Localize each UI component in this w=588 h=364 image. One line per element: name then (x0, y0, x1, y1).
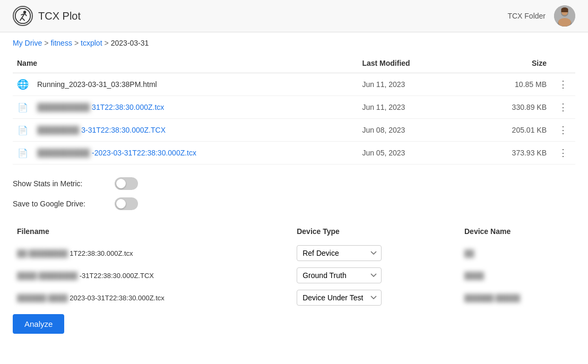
filename-text: 2023-03-31T22:38:30.000Z.tcx (70, 294, 165, 302)
file-name-cell: ██████████ 31T22:38:30.000Z.tcx (33, 96, 358, 119)
file-date: Jun 08, 2023 (358, 119, 467, 142)
list-item: ██ ████████ 1T22:38:30.000Z.tcx Ref Devi… (13, 242, 575, 264)
table-row: 📄 ██████████ 31T22:38:30.000Z.tcx Jun 11… (13, 96, 575, 119)
show-stats-label: Show Stats in Metric: (13, 179, 108, 188)
col-size: Size (467, 54, 551, 73)
doc-icon: 📄 (18, 103, 28, 112)
file-icon-doc: 📄 (13, 142, 33, 164)
header-right: TCX Folder (507, 5, 575, 27)
assign-filename-3: ██████ ████ 2023-03-31T22:38:30.000Z.tcx (13, 287, 292, 309)
assign-device-name-2: ████ (460, 264, 575, 287)
svg-line-4 (22, 18, 24, 21)
file-icon-globe: 🌐 (13, 73, 33, 96)
app-header: TCX Plot TCX Folder (0, 0, 588, 32)
file-name-cell: Running_2023-03-31_03:38PM.html (33, 73, 358, 96)
assign-col-device-type: Device Type (292, 223, 460, 242)
save-drive-label: Save to Google Drive: (13, 200, 108, 208)
file-size: 330.89 KB (467, 96, 551, 119)
file-name-cell: ██████████ -2023-03-31T22:38:30.000Z.tcx (33, 142, 358, 164)
file-size: 10.85 MB (467, 73, 551, 96)
assign-col-filename: Filename (13, 223, 292, 242)
filename-blurred: ██ ████████ (17, 249, 70, 257)
main-content: Name Last Modified Size 🌐 Running_2023-0… (0, 54, 588, 346)
file-link[interactable]: -2023-03-31T22:38:30.000Z.tcx (92, 149, 196, 157)
file-date: Jun 05, 2023 (358, 142, 467, 164)
svg-point-1 (23, 11, 26, 13)
file-more[interactable]: ⋮ (551, 142, 575, 164)
doc-icon: 📄 (18, 149, 28, 158)
file-name-blurred: ██████████ (37, 103, 92, 111)
list-item: ████ ████████ -31T22:38:30.000Z.TCX Ref … (13, 264, 575, 287)
svg-rect-13 (561, 10, 568, 12)
file-link[interactable]: 3-31T22:38:30.000Z.TCX (81, 126, 166, 134)
header-left: TCX Plot (13, 6, 81, 26)
breadcrumb-tcxplot[interactable]: tcxplot (81, 39, 102, 47)
table-row: 🌐 Running_2023-03-31_03:38PM.html Jun 11… (13, 73, 575, 96)
file-icon-doc: 📄 (13, 96, 33, 119)
svg-line-5 (25, 14, 27, 16)
filename-blurred: ████ ████████ (17, 272, 80, 280)
filename-text: -31T22:38:30.000Z.TCX (80, 272, 154, 280)
file-icon-doc: 📄 (13, 119, 33, 142)
breadcrumb-my-drive[interactable]: My Drive (13, 39, 42, 47)
show-stats-toggle[interactable] (115, 177, 138, 190)
breadcrumb: My Drive > fitness > tcxplot > 2023-03-3… (0, 32, 588, 54)
file-name-cell: ████████ 3-31T22:38:30.000Z.TCX (33, 119, 358, 142)
file-date: Jun 11, 2023 (358, 96, 467, 119)
more-icon[interactable]: ⋮ (555, 78, 571, 91)
assign-device-type-3[interactable]: Ref Device Ground Truth Device Under Tes… (292, 287, 460, 309)
assign-filename-1: ██ ████████ 1T22:38:30.000Z.tcx (13, 242, 292, 264)
file-name: Running_2023-03-31_03:38PM.html (37, 80, 157, 89)
app-logo-icon (13, 6, 33, 26)
show-stats-row: Show Stats in Metric: (13, 177, 575, 190)
list-item: ██████ ████ 2023-03-31T22:38:30.000Z.tcx… (13, 287, 575, 309)
user-avatar[interactable] (554, 5, 575, 27)
analyze-button[interactable]: Analyze (13, 314, 64, 334)
assign-device-name-3: ██████ █████ (460, 287, 575, 309)
breadcrumb-current: 2023-03-31 (111, 39, 149, 47)
assign-col-device-name: Device Name (460, 223, 575, 242)
device-type-select-1[interactable]: Ref Device Ground Truth Device Under Tes… (297, 245, 382, 261)
file-more[interactable]: ⋮ (551, 96, 575, 119)
save-drive-toggle[interactable] (115, 197, 138, 210)
breadcrumb-sep-1: > (44, 39, 48, 47)
device-type-select-2[interactable]: Ref Device Ground Truth Device Under Tes… (297, 267, 382, 283)
assign-device-name-1: ██ (460, 242, 575, 264)
breadcrumb-sep-2: > (74, 39, 79, 47)
svg-point-11 (558, 18, 571, 27)
assignment-section: Filename Device Type Device Name ██ ████… (13, 223, 575, 309)
save-drive-row: Save to Google Drive: (13, 197, 575, 210)
file-size: 373.93 KB (467, 142, 551, 164)
breadcrumb-fitness[interactable]: fitness (50, 39, 72, 47)
file-date: Jun 11, 2023 (358, 73, 467, 96)
app-title: TCX Plot (38, 10, 81, 22)
col-modified: Last Modified (358, 54, 467, 73)
file-more[interactable]: ⋮ (551, 73, 575, 96)
file-table: Name Last Modified Size 🌐 Running_2023-0… (13, 54, 575, 164)
file-more[interactable]: ⋮ (551, 119, 575, 142)
breadcrumb-sep-3: > (105, 39, 109, 47)
more-icon[interactable]: ⋮ (555, 124, 571, 136)
filename-blurred: ██████ ████ (17, 294, 70, 302)
table-row: 📄 ████████ 3-31T22:38:30.000Z.TCX Jun 08… (13, 119, 575, 142)
assign-device-type-1[interactable]: Ref Device Ground Truth Device Under Tes… (292, 242, 460, 264)
assign-filename-2: ████ ████████ -31T22:38:30.000Z.TCX (13, 264, 292, 287)
globe-icon: 🌐 (17, 79, 29, 90)
file-name-blurred: ████████ (37, 126, 81, 134)
col-name: Name (13, 54, 358, 73)
settings-section: Show Stats in Metric: Save to Google Dri… (13, 177, 575, 210)
more-icon[interactable]: ⋮ (555, 101, 571, 114)
table-row: 📄 ██████████ -2023-03-31T22:38:30.000Z.t… (13, 142, 575, 164)
device-type-select-3[interactable]: Ref Device Ground Truth Device Under Tes… (297, 290, 382, 306)
assignment-table: Filename Device Type Device Name ██ ████… (13, 223, 575, 309)
more-icon[interactable]: ⋮ (555, 146, 571, 159)
tcx-folder-label: TCX Folder (507, 12, 546, 20)
filename-text: 1T22:38:30.000Z.tcx (70, 249, 133, 257)
file-link[interactable]: 31T22:38:30.000Z.tcx (92, 103, 164, 111)
file-size: 205.01 KB (467, 119, 551, 142)
doc-icon: 📄 (18, 126, 28, 135)
assign-device-type-2[interactable]: Ref Device Ground Truth Device Under Tes… (292, 264, 460, 287)
svg-line-3 (20, 18, 22, 21)
file-name-blurred: ██████████ (37, 149, 92, 157)
